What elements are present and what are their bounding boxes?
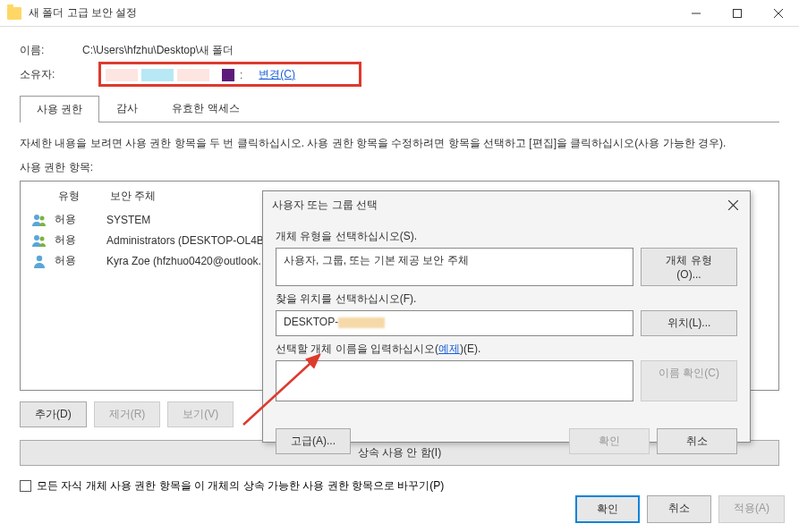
locations-button[interactable]: 위치(L)... (641, 310, 737, 336)
svg-point-4 (34, 215, 39, 220)
dialog-cancel-button[interactable]: 취소 (657, 428, 737, 454)
owner-highlight (98, 62, 361, 87)
titlebar: 새 폴더 고급 보안 설정 (0, 0, 799, 27)
ok-button[interactable]: 확인 (575, 495, 640, 523)
window-controls (676, 0, 799, 27)
folder-icon (7, 7, 21, 20)
svg-point-7 (40, 236, 45, 241)
dialog-title: 사용자 또는 그룹 선택 (272, 198, 378, 213)
checkbox-icon[interactable] (20, 480, 31, 492)
group-icon (31, 233, 47, 248)
close-button[interactable] (758, 0, 799, 27)
name-label: 이름: (20, 43, 82, 58)
object-types-button[interactable]: 개체 유형(O)... (641, 248, 737, 286)
row-type: 허용 (55, 253, 106, 268)
view-button: 보기(V) (167, 401, 234, 427)
remove-button: 제거(R) (94, 401, 161, 427)
dialog-footer: 고급(A)... 확인 취소 (263, 428, 750, 465)
location-label: 찾을 위치를 선택하십시오(F). (276, 291, 737, 307)
svg-point-5 (40, 215, 45, 220)
select-user-dialog: 사용자 또는 그룹 선택 개체 유형을 선택하십시오(S). 사용자, 그룹, … (262, 190, 751, 443)
group-icon (31, 213, 47, 227)
maximize-button[interactable] (717, 0, 758, 27)
row-type: 허용 (55, 212, 106, 227)
add-button[interactable]: 추가(D) (20, 401, 87, 427)
col-type: 유형 (58, 189, 110, 204)
name-row: 이름: C:\Users\hfzhu\Desktop\새 폴더 (20, 43, 779, 58)
dialog-ok-button: 확인 (569, 428, 650, 454)
tab-auditing[interactable]: 감사 (99, 95, 155, 122)
object-type-label: 개체 유형을 선택하십시오(S). (276, 229, 737, 244)
advanced-button[interactable]: 고급(A)... (276, 428, 351, 454)
dialog-close-button[interactable] (725, 197, 741, 213)
dialog-body: 개체 유형을 선택하십시오(S). 사용자, 그룹, 또는 기본 제공 보안 주… (263, 218, 750, 412)
minimize-button[interactable] (676, 0, 717, 27)
apply-button: 적용(A) (718, 495, 785, 523)
replace-children-label: 모든 자식 개체 사용 권한 항목을 이 개체의 상속 가능한 사용 권한 항목… (37, 478, 444, 494)
svg-rect-1 (734, 9, 742, 17)
list-header: 사용 권한 항목: (20, 160, 779, 175)
examples-link[interactable]: 예제 (438, 342, 460, 355)
svg-point-8 (37, 255, 42, 260)
tabs: 사용 권한 감사 유효한 액세스 (20, 95, 779, 122)
dialog-titlebar: 사용자 또는 그룹 선택 (263, 191, 750, 218)
footer-buttons: 확인 취소 적용(A) (575, 495, 785, 523)
user-icon (31, 254, 47, 268)
object-name-label: 선택할 개체 이름을 입력하십시오(예제)(E). (276, 342, 737, 357)
object-name-input[interactable] (276, 360, 633, 401)
window-title: 새 폴더 고급 보안 설정 (29, 5, 676, 21)
object-type-field: 사용자, 그룹, 또는 기본 제공 보안 주체 (276, 248, 633, 286)
replace-children-row[interactable]: 모든 자식 개체 사용 권한 항목을 이 개체의 상속 가능한 사용 권한 항목… (20, 478, 779, 494)
svg-point-6 (34, 235, 39, 241)
owner-label: 소유자: (20, 67, 82, 82)
description-text: 자세한 내용을 보려면 사용 권한 항목을 두 번 클릭하십시오. 사용 권한 … (20, 135, 779, 151)
location-field: DESKTOP- (276, 310, 633, 336)
owner-row: 소유자: : 변경(C) (20, 67, 779, 82)
check-names-button: 이름 확인(C) (641, 360, 737, 401)
cancel-button[interactable]: 취소 (647, 495, 711, 523)
tab-permissions[interactable]: 사용 권한 (20, 96, 99, 122)
path-value: C:\Users\hfzhu\Desktop\새 폴더 (82, 43, 234, 58)
row-type: 허용 (55, 232, 106, 248)
redacted-text (338, 317, 385, 328)
tab-effective-access[interactable]: 유효한 액세스 (155, 95, 256, 122)
